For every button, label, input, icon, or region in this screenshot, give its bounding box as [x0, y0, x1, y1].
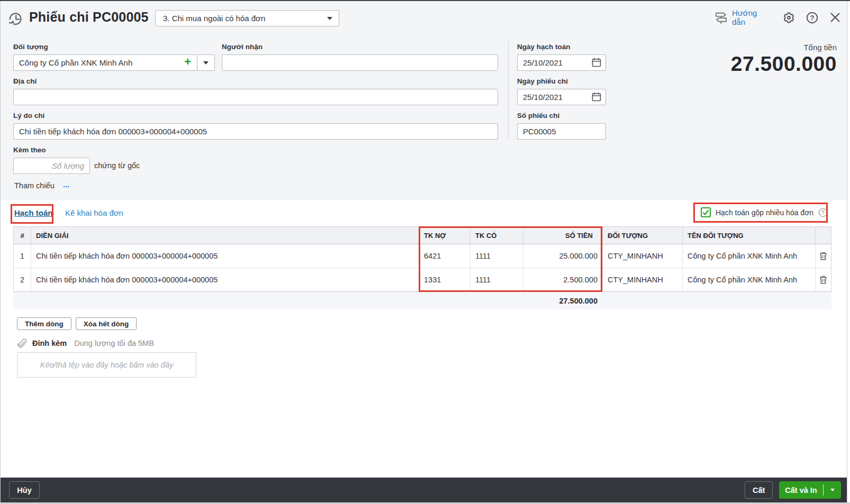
cell-ten-doi-tuong[interactable]: Công ty Cổ phần XNK Minh Anh [683, 244, 816, 268]
guide-link-label: Hướng dẫn [732, 8, 772, 26]
delete-row-icon[interactable] [816, 268, 831, 291]
tab-ke-khai-hoa-don[interactable]: Kê khai hóa đơn [65, 208, 123, 217]
payment-voucher-window: Phiếu chi PC00005 3. Chi mua ngoài có hó… [0, 0, 850, 504]
svg-text:?: ? [810, 14, 815, 22]
cat-va-in-label: Cất và In [779, 486, 823, 494]
attachment-section: Đính kèm Dung lượng tối đa 5MB [17, 338, 154, 348]
help-question-icon[interactable]: ? [806, 11, 819, 24]
cell-ten-doi-tuong[interactable]: Công ty Cổ phần XNK Minh Anh [683, 268, 816, 291]
chevron-down-icon [203, 61, 209, 65]
kem-theo-input[interactable] [13, 158, 90, 174]
chevron-down-icon [830, 489, 835, 491]
kem-theo-label: Kèm theo [13, 146, 46, 154]
kem-theo-suffix: chứng từ gốc [94, 161, 140, 170]
add-object-icon[interactable]: + [184, 56, 191, 68]
col-dien-giai: DIỄN GIẢI [31, 227, 419, 244]
voucher-type-select[interactable]: 3. Chi mua ngoài có hóa đơn [155, 10, 339, 26]
tab-hach-toan[interactable]: Hạch toán [14, 208, 53, 217]
tooltip-question-icon[interactable]: ? [818, 208, 828, 217]
cell-doi-tuong[interactable]: CTY_MINHANH [603, 268, 683, 291]
paperclip-icon [17, 338, 26, 348]
doi-tuong-input[interactable] [13, 54, 197, 71]
ngay-hach-toan-label: Ngày hạch toán [517, 43, 571, 51]
cell-tk-no[interactable]: 6421 [419, 244, 471, 268]
ngay-phieu-chi-field [517, 89, 606, 105]
doi-tuong-dropdown-button[interactable] [197, 54, 215, 71]
table-row[interactable]: 2 Chi tiền tiếp khách hóa đơn 000003+000… [14, 268, 831, 292]
window-right-border [847, 1, 847, 502]
cell-so-tien[interactable]: 2.500.000 [523, 268, 603, 291]
cell-doi-tuong[interactable]: CTY_MINHANH [603, 244, 683, 268]
check-icon [702, 209, 709, 216]
tong-tien-value: 27.500.000 [625, 52, 837, 76]
merge-invoices-label: Hạch toán gộp nhiều hóa đơn [716, 208, 813, 217]
col-so-tien: SỐ TIỀN [523, 227, 603, 244]
cell-so-tien[interactable]: 25.000.000 [523, 244, 603, 268]
ly-do-chi-label: Lý do chi [13, 112, 44, 120]
signpost-icon [715, 11, 728, 24]
accounting-table: # DIỄN GIẢI TK NỢ TK CÓ SỐ TIỀN ĐỐI TƯỢN… [13, 226, 831, 292]
cat-va-in-dropdown[interactable] [824, 489, 841, 491]
table-header-row: # DIỄN GIẢI TK NỢ TK CÓ SỐ TIỀN ĐỐI TƯỢN… [14, 227, 831, 244]
attach-label[interactable]: Đính kèm [32, 339, 67, 347]
col-stt: # [14, 227, 31, 244]
dia-chi-input[interactable] [13, 89, 498, 105]
them-dong-button[interactable]: Thêm dòng [17, 317, 71, 330]
col-tk-no: TK NỢ [419, 227, 471, 244]
xoa-het-dong-button[interactable]: Xóa hết dòng [76, 317, 137, 330]
form-divider [508, 41, 509, 139]
header-actions: Hướng dẫn ? [715, 0, 842, 35]
voucher-type-value: 3. Chi mua ngoài có hóa đơn [163, 14, 327, 23]
calendar-icon[interactable] [591, 91, 602, 102]
cell-tk-no[interactable]: 1331 [419, 268, 471, 291]
cell-dien-giai[interactable]: Chi tiền tiếp khách hóa đơn 000003+00000… [31, 244, 419, 268]
doi-tuong-label: Đối tượng [13, 43, 48, 51]
cell-tk-co[interactable]: 1111 [471, 244, 523, 268]
cell-tk-co[interactable]: 1111 [471, 268, 523, 291]
col-actions [816, 227, 831, 244]
close-icon[interactable] [829, 11, 842, 24]
table-total-amount: 27.500.000 [13, 297, 603, 305]
tham-chieu-label: Tham chiếu [14, 181, 55, 190]
merge-invoices-checkbox[interactable] [701, 207, 711, 217]
so-phieu-chi-input[interactable] [517, 123, 606, 140]
table-total-row: 27.500.000 [13, 292, 831, 309]
so-phieu-chi-label: Số phiếu chi [517, 112, 559, 120]
settings-gear-icon[interactable] [782, 11, 795, 24]
row-actions: Thêm dòng Xóa hết dòng [17, 317, 137, 330]
col-doi-tuong: ĐỐI TƯỢNG [603, 227, 683, 244]
footer-bar [1, 478, 847, 502]
merge-invoices-checkbox-group: Hạch toán gộp nhiều hóa đơn ? [701, 207, 828, 217]
ly-do-chi-input[interactable] [13, 123, 498, 140]
chevron-down-icon [327, 17, 332, 20]
nguoi-nhan-label: Người nhận [222, 43, 263, 51]
cell-dien-giai[interactable]: Chi tiền tiếp khách hóa đơn 000003+00000… [31, 268, 419, 291]
svg-text:?: ? [821, 209, 825, 215]
file-dropzone[interactable]: Kéo/thả tệp vào đây hoặc bấm vào đây [17, 352, 196, 378]
doi-tuong-combo: + [13, 54, 215, 71]
history-icon[interactable] [8, 11, 23, 25]
dia-chi-label: Địa chỉ [13, 77, 37, 85]
col-ten-doi-tuong: TÊN ĐỐI TƯỢNG [683, 227, 816, 244]
cat-va-in-button[interactable]: Cất và In [779, 481, 841, 499]
guide-link[interactable]: Hướng dẫn [715, 8, 772, 26]
table-row[interactable]: 1 Chi tiền tiếp khách hóa đơn 000003+000… [14, 244, 831, 268]
col-tk-co: TK CÓ [471, 227, 523, 244]
huy-button[interactable]: Hủy [9, 481, 40, 499]
dropzone-placeholder: Kéo/thả tệp vào đây hoặc bấm vào đây [40, 361, 174, 369]
delete-row-icon[interactable] [816, 244, 831, 268]
page-title: Phiếu chi PC00005 [29, 10, 149, 25]
window-left-border [0, 1, 1, 502]
ngay-hach-toan-field [517, 54, 606, 71]
calendar-icon[interactable] [591, 57, 602, 68]
tham-chieu-link[interactable]: ... [63, 180, 70, 189]
tong-tien-label: Tổng tiền [677, 43, 837, 52]
nguoi-nhan-input[interactable] [222, 54, 498, 71]
cell-stt: 2 [14, 268, 31, 291]
cat-button[interactable]: Cất [745, 481, 773, 499]
ngay-phieu-chi-label: Ngày phiếu chi [517, 77, 568, 85]
attach-hint: Dung lượng tối đa 5MB [74, 339, 154, 347]
cell-stt: 1 [14, 244, 31, 268]
